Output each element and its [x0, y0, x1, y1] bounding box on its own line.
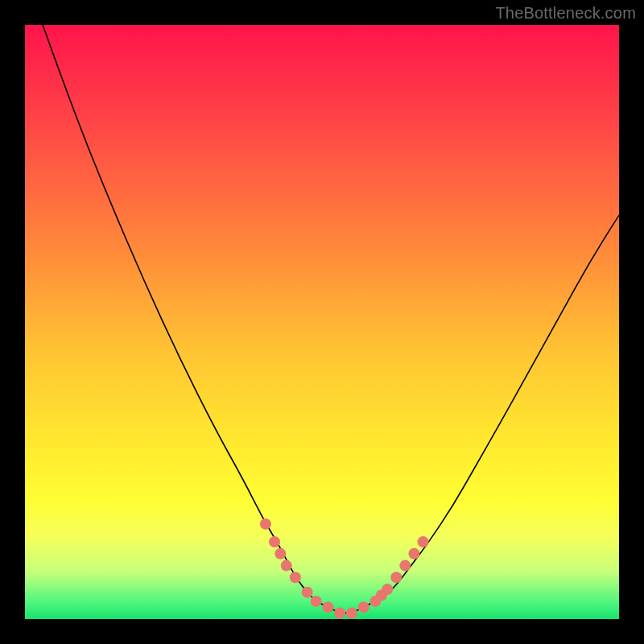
marker-dot [382, 584, 393, 595]
bottleneck-curve [43, 25, 619, 613]
chart-frame [25, 25, 619, 619]
marker-group [260, 518, 429, 619]
marker-dot [302, 587, 313, 598]
watermark-text: TheBottleneck.com [495, 4, 636, 23]
marker-dot [290, 572, 301, 583]
marker-dot [399, 560, 411, 572]
chart-svg [25, 25, 619, 619]
marker-dot [269, 536, 280, 547]
marker-dot [358, 601, 369, 613]
marker-dot [311, 596, 322, 607]
marker-dot [418, 536, 429, 547]
marker-dot [346, 608, 357, 619]
marker-dot [322, 601, 333, 613]
marker-dot [260, 518, 271, 530]
marker-dot [334, 608, 345, 619]
marker-dot [281, 560, 292, 572]
marker-dot [390, 572, 402, 583]
marker-dot [408, 548, 419, 559]
marker-dot [275, 548, 286, 559]
